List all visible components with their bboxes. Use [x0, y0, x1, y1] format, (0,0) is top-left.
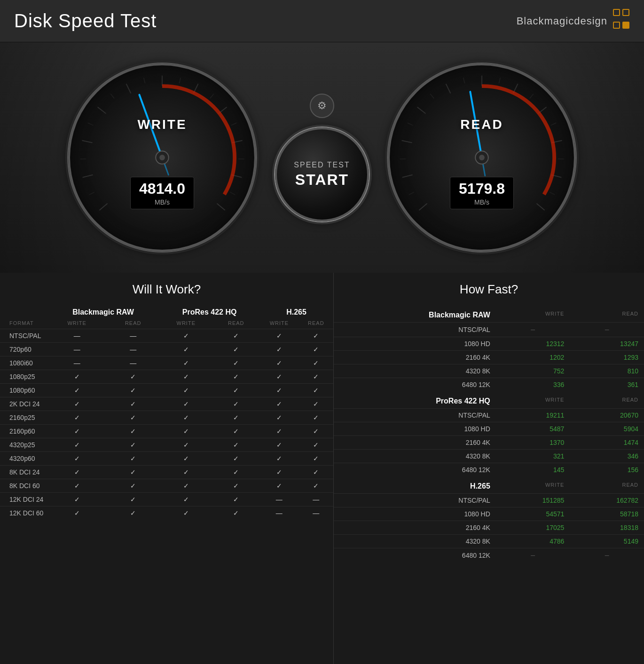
compat-table: Blackmagic RAW ProRes 422 HQ H.265 FORMA…: [0, 305, 333, 520]
speed-row-label: 2160 4K: [334, 521, 496, 535]
h265-write-header: WRITE: [259, 317, 299, 329]
title-bar: Disk Speed Test Blackmagicdesign: [0, 0, 644, 42]
read-gauge-container: READ 5179.8 MB/s: [383, 54, 581, 261]
compat-row: 12K DCI 24 ✓ ✓ ✓ ✓ — —: [0, 493, 333, 506]
h265-read-cell: ✓: [299, 425, 333, 438]
format-cell: 12K DCI 60: [0, 506, 47, 520]
bmraw-read-cell: ✓: [107, 506, 159, 520]
start-button[interactable]: SPEED TEST START: [275, 127, 369, 221]
format-cell: 1080p60: [0, 384, 47, 397]
format-cell: 2K DCI 24: [0, 397, 47, 411]
compat-row: 720p60 — — ✓ ✓ ✓ ✓: [0, 343, 333, 356]
h265-write-cell: ✓: [259, 479, 299, 493]
read-gauge: READ 5179.8 MB/s: [388, 63, 576, 252]
speed-row: 2160 4K 17025 18318: [334, 521, 644, 535]
prores-read-cell: ✓: [212, 452, 259, 466]
speed-write-head: WRITE: [496, 476, 570, 494]
format-cell: 4320p60: [0, 452, 47, 466]
write-gauge-container: WRITE 4814.0 MB/s: [63, 54, 261, 261]
h265-write-cell: ✓: [259, 370, 299, 384]
speed-row: 6480 12K 145 156: [334, 463, 644, 477]
h265-read-cell: ✓: [299, 411, 333, 425]
speed-row-label: 2160 4K: [334, 351, 496, 364]
left-panel: Will It Work? Blackmagic RAW ProRes 422 …: [0, 273, 334, 664]
speed-read-val: 13247: [570, 337, 644, 351]
speed-section-title: ProRes 422 HQ: [334, 391, 496, 409]
bmraw-read-cell: —: [107, 356, 159, 370]
bmraw-write-cell: ✓: [47, 479, 107, 493]
write-value: 4814.0: [139, 180, 185, 198]
bmraw-read-header: READ: [107, 317, 159, 329]
format-cell: 4320p25: [0, 438, 47, 452]
speed-read-val: 20670: [570, 409, 644, 422]
speed-row: 6480 12K – –: [334, 548, 644, 563]
h265-read-cell: ✓: [299, 479, 333, 493]
svg-line-10: [217, 204, 225, 210]
speed-row: NTSC/PAL 19211 20670: [334, 409, 644, 422]
speed-read-val: 18318: [570, 521, 644, 535]
speed-row: 4320 8K 752 810: [334, 364, 644, 378]
bmraw-write-cell: ✓: [47, 466, 107, 479]
speed-row-label: NTSC/PAL: [334, 409, 496, 422]
h265-write-cell: ✓: [259, 466, 299, 479]
read-value: 5179.8: [459, 180, 505, 198]
bmraw-write-cell: ✓: [47, 384, 107, 397]
svg-line-38: [408, 123, 413, 125]
speed-write-val: 17025: [496, 521, 570, 535]
compat-row: 8K DCI 60 ✓ ✓ ✓ ✓ ✓ ✓: [0, 479, 333, 493]
bmraw-read-cell: ✓: [107, 411, 159, 425]
bmraw-read-cell: ✓: [107, 425, 159, 438]
bmraw-read-cell: —: [107, 329, 159, 343]
svg-line-4: [126, 84, 131, 93]
prores-write-cell: ✓: [159, 493, 212, 506]
compat-row: 8K DCI 24 ✓ ✓ ✓ ✓ ✓ ✓: [0, 466, 333, 479]
prores-write-cell: ✓: [159, 479, 212, 493]
prores-read-header: READ: [212, 317, 259, 329]
speed-table: Blackmagic RAW WRITE READ NTSC/PAL – – 1…: [334, 305, 644, 562]
bmraw-write-cell: ✓: [47, 506, 107, 520]
bmraw-write-cell: ✓: [47, 452, 107, 466]
h265-read-cell: —: [299, 506, 333, 520]
speed-row-label: 6480 12K: [334, 463, 496, 477]
svg-line-41: [499, 78, 500, 83]
speed-write-val: 54571: [496, 507, 570, 521]
svg-point-49: [479, 155, 485, 160]
compat-row: 4320p60 ✓ ✓ ✓ ✓ ✓ ✓: [0, 452, 333, 466]
h265-write-cell: ✓: [259, 397, 299, 411]
svg-line-42: [530, 94, 534, 98]
brand-name: Blackmagicdesign: [517, 15, 607, 27]
h265-read-cell: ✓: [299, 329, 333, 343]
settings-button[interactable]: ⚙: [310, 94, 334, 118]
h265-read-header: READ: [299, 317, 333, 329]
speed-row: 4320 8K 4786 5149: [334, 535, 644, 548]
speed-write-val: 5487: [496, 422, 570, 436]
bmraw-read-cell: ✓: [107, 479, 159, 493]
read-label: READ: [460, 117, 503, 132]
speed-row: 1080 HD 54571 58718: [334, 507, 644, 521]
write-unit: MB/s: [139, 198, 185, 206]
h265-read-cell: —: [299, 493, 333, 506]
svg-line-1: [83, 175, 93, 177]
center-area: ⚙ SPEED TEST START: [261, 94, 383, 221]
brand-sq-2: [622, 9, 629, 16]
svg-line-18: [231, 123, 237, 125]
speed-row-label: NTSC/PAL: [334, 323, 496, 337]
bmraw-read-cell: ✓: [107, 370, 159, 384]
compat-row: 4320p25 ✓ ✓ ✓ ✓ ✓ ✓: [0, 438, 333, 452]
prores-read-cell: ✓: [212, 384, 259, 397]
speed-read-val: 58718: [570, 507, 644, 521]
bmraw-read-cell: ✓: [107, 384, 159, 397]
speed-row: NTSC/PAL 151285 162782: [334, 494, 644, 507]
speed-read-val: 810: [570, 364, 644, 378]
speed-read-val: 361: [570, 378, 644, 392]
svg-point-24: [159, 155, 165, 160]
speed-row: 2160 4K 1370 1474: [334, 436, 644, 450]
compat-row: 2K DCI 24 ✓ ✓ ✓ ✓ ✓ ✓: [0, 397, 333, 411]
speed-section-header: ProRes 422 HQ WRITE READ: [334, 391, 644, 409]
prores-read-cell: ✓: [212, 506, 259, 520]
compat-row: 12K DCI 60 ✓ ✓ ✓ ✓ — —: [0, 506, 333, 520]
format-cell: 1080i60: [0, 356, 47, 370]
svg-line-0: [99, 204, 107, 210]
speed-read-head: READ: [570, 476, 644, 494]
speed-read-val: 5904: [570, 422, 644, 436]
